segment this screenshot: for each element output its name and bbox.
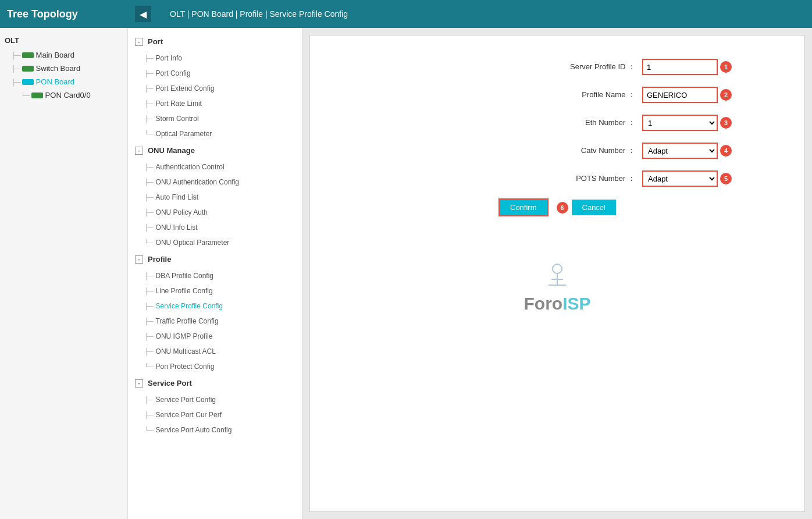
menu-onu-policy-auth[interactable]: ├─ONU Policy Auth bbox=[128, 205, 302, 220]
profile-name-input[interactable] bbox=[642, 87, 718, 103]
server-profile-id-label: Server Profile ID ： bbox=[542, 62, 635, 72]
menu-traffic-profile-config[interactable]: ├─Traffic Profile Config bbox=[128, 314, 302, 329]
expand-icon: - bbox=[135, 38, 143, 46]
main-board-label: Main Board bbox=[36, 51, 74, 59]
tree-connector: ├─ bbox=[12, 52, 21, 59]
menu-onu-igmp-profile[interactable]: ├─ONU IGMP Profile bbox=[128, 329, 302, 344]
step-badge-3: 3 bbox=[720, 117, 732, 129]
sidebar-item-pon-board[interactable]: ├─ PON Board bbox=[0, 75, 127, 88]
svg-point-0 bbox=[553, 264, 562, 273]
menu-port-config[interactable]: ├─Port Config bbox=[128, 66, 302, 81]
service-port-items: ├─Service Port Config ├─Service Port Cur… bbox=[128, 392, 302, 438]
form-section: Server Profile ID ： 1 Profile Name ： 2 bbox=[383, 59, 732, 228]
menu-service-port-cur-perf[interactable]: ├─Service Port Cur Perf bbox=[128, 407, 302, 422]
pots-number-label: POTS Number ： bbox=[542, 173, 635, 184]
watermark-text: Foro ISP bbox=[523, 294, 590, 314]
olt-label: OLT bbox=[5, 36, 19, 45]
section-onu-manage-label: ONU Manage bbox=[148, 146, 195, 155]
port-items: ├─Port Info ├─Port Config ├─Port Extend … bbox=[128, 51, 302, 141]
section-profile-label: Profile bbox=[148, 255, 171, 264]
watermark-foro: Foro bbox=[523, 294, 562, 314]
expand-icon: - bbox=[135, 379, 143, 388]
step-badge-5: 5 bbox=[720, 173, 732, 184]
server-profile-id-input[interactable] bbox=[642, 59, 718, 75]
pon-card-label: PON Card0/0 bbox=[45, 91, 91, 99]
menu-dba-profile-config[interactable]: ├─DBA Profile Config bbox=[128, 268, 302, 283]
menu-port-extend-config[interactable]: ├─Port Extend Config bbox=[128, 81, 302, 96]
menu-service-profile-config[interactable]: ├─Service Profile Config bbox=[128, 298, 302, 314]
section-profile[interactable]: - Profile bbox=[128, 250, 302, 268]
menu-optical-parameter[interactable]: └─Optical Parameter bbox=[128, 126, 302, 141]
board-icon bbox=[22, 52, 34, 58]
tree-connector: ├─ bbox=[12, 79, 21, 86]
tree-connector: └─ bbox=[21, 92, 30, 99]
confirm-wrapper: Confirm 6 bbox=[498, 198, 568, 216]
watermark-icon bbox=[543, 263, 572, 292]
pots-number-wrapper: Adapt 0 1 2 5 bbox=[642, 170, 732, 187]
sidebar-item-switch-board[interactable]: ├─ Switch Board bbox=[0, 62, 127, 75]
expand-icon: - bbox=[135, 255, 143, 264]
profile-name-row: Profile Name ： 2 bbox=[383, 87, 732, 103]
eth-number-label: Eth Number ： bbox=[542, 118, 635, 128]
pots-number-row: POTS Number ： Adapt 0 1 2 5 bbox=[383, 170, 732, 187]
onu-manage-items: ├─Authentication Control ├─ONU Authentic… bbox=[128, 159, 302, 250]
watermark-isp: ISP bbox=[562, 294, 590, 314]
app-title: Tree Topology bbox=[7, 8, 135, 20]
menu-onu-auth-config[interactable]: ├─ONU Authentication Config bbox=[128, 175, 302, 190]
catv-number-row: Catv Number ： Adapt 0 1 4 bbox=[383, 143, 732, 159]
step-badge-4: 4 bbox=[720, 145, 732, 157]
pon-board-label: PON Board bbox=[36, 77, 74, 86]
step-badge-1: 1 bbox=[720, 61, 732, 73]
menu-storm-control[interactable]: ├─Storm Control bbox=[128, 111, 302, 126]
menu-onu-optical-param[interactable]: └─ONU Optical Parameter bbox=[128, 235, 302, 250]
menu-onu-info-list[interactable]: ├─ONU Info List bbox=[128, 220, 302, 235]
catv-number-wrapper: Adapt 0 1 4 bbox=[642, 143, 732, 159]
menu-auth-control[interactable]: ├─Authentication Control bbox=[128, 159, 302, 175]
breadcrumb: OLT | PON Board | Profile | Service Prof… bbox=[161, 9, 357, 19]
eth-number-select[interactable]: 1 2 3 4 bbox=[642, 115, 718, 131]
section-onu-manage[interactable]: - ONU Manage bbox=[128, 141, 302, 159]
content-box: Server Profile ID ： 1 Profile Name ： 2 bbox=[309, 35, 805, 512]
sidebar-item-main-board[interactable]: ├─ Main Board bbox=[0, 48, 127, 62]
menu-line-profile-config[interactable]: ├─Line Profile Config bbox=[128, 283, 302, 298]
menu-port-info[interactable]: ├─Port Info bbox=[128, 51, 302, 66]
cancel-button[interactable]: Cancel bbox=[572, 200, 616, 215]
catv-number-label: Catv Number ： bbox=[542, 145, 635, 156]
pots-number-select[interactable]: Adapt 0 1 2 bbox=[642, 170, 718, 187]
board-icon bbox=[31, 93, 43, 98]
expand-icon: - bbox=[135, 147, 143, 155]
section-service-port-label: Service Port bbox=[148, 379, 192, 388]
catv-number-select[interactable]: Adapt 0 1 bbox=[642, 143, 718, 159]
menu-port-rate-limit[interactable]: ├─Port Rate Limit bbox=[128, 96, 302, 111]
profile-name-label: Profile Name ： bbox=[542, 90, 635, 100]
menu-service-port-config[interactable]: ├─Service Port Config bbox=[128, 392, 302, 407]
menu-auto-find-list[interactable]: ├─Auto Find List bbox=[128, 190, 302, 205]
eth-number-row: Eth Number ： 1 2 3 4 3 bbox=[383, 115, 732, 131]
server-profile-id-row: Server Profile ID ： 1 bbox=[383, 59, 732, 75]
menu-service-port-auto-config[interactable]: └─Service Port Auto Config bbox=[128, 422, 302, 438]
section-port[interactable]: - Port bbox=[128, 33, 302, 51]
menu-pon-protect-config[interactable]: └─Pon Protect Config bbox=[128, 359, 302, 374]
tree-olt[interactable]: OLT bbox=[0, 33, 127, 48]
menu-onu-multicast-acl[interactable]: ├─ONU Multicast ACL bbox=[128, 344, 302, 359]
form-buttons-row: Confirm 6 Cancel bbox=[383, 198, 732, 216]
step-badge-2: 2 bbox=[720, 89, 732, 101]
confirm-button[interactable]: Confirm bbox=[498, 198, 549, 216]
eth-number-wrapper: 1 2 3 4 3 bbox=[642, 115, 732, 131]
switch-board-label: Switch Board bbox=[36, 64, 81, 73]
profile-name-wrapper: 2 bbox=[642, 87, 732, 103]
watermark: Foro ISP bbox=[523, 263, 590, 314]
section-port-label: Port bbox=[148, 37, 163, 46]
section-service-port[interactable]: - Service Port bbox=[128, 374, 302, 392]
tree-connector: ├─ bbox=[12, 65, 21, 72]
sidebar-toggle-button[interactable]: ◀ bbox=[135, 6, 151, 22]
step-badge-6: 6 bbox=[557, 202, 568, 214]
board-icon bbox=[22, 66, 34, 72]
server-profile-id-wrapper: 1 bbox=[642, 59, 732, 75]
sidebar-item-pon-card[interactable]: └─ PON Card0/0 bbox=[0, 88, 127, 102]
board-icon bbox=[22, 79, 34, 85]
profile-items: ├─DBA Profile Config ├─Line Profile Conf… bbox=[128, 268, 302, 374]
